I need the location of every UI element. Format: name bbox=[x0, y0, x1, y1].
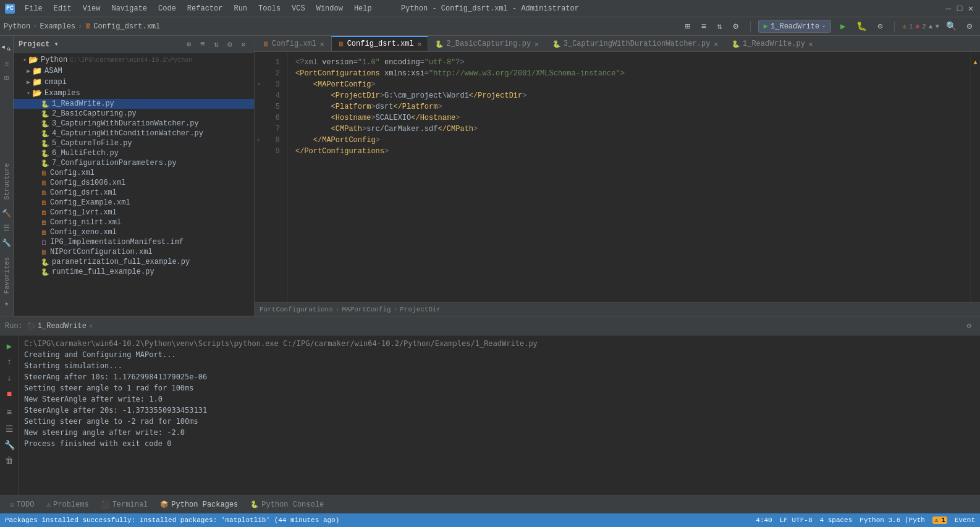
settings-gear-icon[interactable]: ⚙ bbox=[963, 20, 976, 33]
hide-icon[interactable]: ✕ bbox=[238, 39, 249, 50]
tree-item-Config_dsrt[interactable]: 🗎Config_dsrt.xml bbox=[14, 188, 254, 198]
tree-item-2_BasicCapturing[interactable]: 🐍2_BasicCapturing.py bbox=[14, 109, 254, 119]
minimize-button[interactable]: — bbox=[944, 4, 953, 13]
sidebar-favorites-label[interactable]: Favorites bbox=[2, 255, 12, 296]
tree-item-Config_Example[interactable]: 🗎Config_Example.xml bbox=[14, 198, 254, 208]
code-content[interactable]: <?xml version="1.0" encoding="utf-8"?><P… bbox=[288, 52, 970, 302]
project-structure-icon[interactable]: ⊞ bbox=[681, 20, 695, 33]
sidebar-tool-icon[interactable]: 🔧 bbox=[1, 237, 13, 250]
breadcrumb-python[interactable]: Python bbox=[4, 22, 30, 31]
status-position[interactable]: 4:40 bbox=[756, 516, 772, 524]
run-tool1[interactable]: ≡ bbox=[2, 406, 16, 419]
tab-config_dsrt[interactable]: 🗎Config_dsrt.xml✕ bbox=[331, 36, 429, 51]
bottom-tab-run[interactable]: ☑TODO bbox=[5, 498, 39, 512]
search-icon[interactable]: 🔍 bbox=[944, 20, 958, 33]
scroll-down-button[interactable]: ↓ bbox=[2, 371, 16, 385]
tree-item-Config_nilrt[interactable]: 🗎Config_nilrt.xml bbox=[14, 217, 254, 227]
debug-button[interactable]: 🐛 bbox=[855, 20, 868, 33]
bc-projectdir[interactable]: ProjectDir bbox=[400, 306, 441, 313]
sidebar-star-icon[interactable]: ★ bbox=[1, 297, 13, 310]
status-filetype[interactable]: Python 3.6 (Pyth bbox=[860, 516, 925, 524]
run-tool2[interactable]: ☰ bbox=[2, 422, 16, 436]
breadcrumb-examples[interactable]: Examples bbox=[40, 22, 75, 31]
tree-item-4_CapturingWithConditionWatcher[interactable]: 🐍4_CapturingWithConditionWatcher.py bbox=[14, 129, 254, 138]
tree-item-NIPortConfiguration[interactable]: 🗎NIPortConfiguration.xml bbox=[14, 247, 254, 257]
tab-close-2_BasicCapturing[interactable]: ✕ bbox=[534, 40, 539, 48]
sidebar-structure-icon[interactable]: ≡ bbox=[1, 58, 13, 70]
collapse-icon[interactable]: ≡ bbox=[697, 20, 711, 33]
sort-icon[interactable]: ⇅ bbox=[713, 20, 727, 33]
tree-item-asam[interactable]: ▶📁ASAM bbox=[14, 65, 254, 77]
menu-code[interactable]: Code bbox=[153, 3, 181, 14]
breadcrumb-file[interactable]: 🗎Config_dsrt.xml bbox=[85, 22, 160, 31]
status-event[interactable]: Event bbox=[955, 516, 975, 524]
bottom-tab-python-packages[interactable]: 📦Python Packages bbox=[155, 498, 243, 512]
tree-item-Config_xeno[interactable]: 🗎Config_xeno.xml bbox=[14, 227, 254, 237]
coverage-button[interactable]: ⊙ bbox=[873, 20, 887, 33]
status-warning-count[interactable]: ⚠ 1 bbox=[932, 516, 947, 524]
run-settings-icon[interactable]: ⚙ bbox=[963, 320, 975, 332]
run-tool3[interactable]: 🔧 bbox=[2, 438, 16, 452]
maximize-button[interactable]: □ bbox=[955, 4, 964, 13]
tree-item-IPG_ImplementationManifest[interactable]: 🗋IPG_ImplementationManifest.imf bbox=[14, 237, 254, 247]
run-console[interactable]: C:\IPG\carmaker\win64-10.2\Python\venv\S… bbox=[19, 335, 980, 495]
tree-item-5_CaptureToFile[interactable]: 🐍5_CaptureToFile.py bbox=[14, 138, 254, 148]
menu-refactor[interactable]: Refactor bbox=[182, 3, 228, 14]
bottom-tab-terminal[interactable]: ⬛Terminal bbox=[96, 498, 153, 512]
tree-item-1_ReadWrite[interactable]: 🐍1_ReadWrite.py bbox=[14, 99, 254, 109]
close-button[interactable]: ✕ bbox=[966, 4, 975, 13]
stop-button[interactable]: ■ bbox=[2, 387, 16, 401]
tree-item-7_ConfigurationParameters[interactable]: 🐍7_ConfigurationParameters.py bbox=[14, 158, 254, 168]
code-editor[interactable]: ▾▸ 123456789 <?xml version="1.0" encodin… bbox=[255, 52, 980, 302]
locate-icon[interactable]: ⊕ bbox=[184, 39, 195, 50]
tab-close-3_CapturingWithDurationWatcher[interactable]: ✕ bbox=[714, 40, 718, 48]
menu-help[interactable]: Help bbox=[349, 3, 377, 14]
settings-icon[interactable]: ⚙ bbox=[729, 20, 743, 33]
menu-view[interactable]: View bbox=[78, 3, 106, 14]
tab-close-1_ReadWrite[interactable]: ✕ bbox=[809, 40, 813, 48]
tree-item-examples[interactable]: ▾📂Examples bbox=[14, 88, 254, 99]
options-icon[interactable]: ⚙ bbox=[224, 39, 235, 50]
sidebar-bookmark-icon[interactable]: ⊡ bbox=[1, 72, 13, 84]
run-button[interactable]: ▶ bbox=[836, 20, 850, 33]
scroll-up-button[interactable]: ↑ bbox=[2, 355, 16, 369]
collapse-all-icon[interactable]: ≡ bbox=[197, 39, 208, 50]
tab-close-config_xml[interactable]: ✕ bbox=[320, 40, 324, 48]
tab-config_xml[interactable]: 🗎Config.xml✕ bbox=[256, 36, 331, 51]
status-encoding[interactable]: LF UTF-8 bbox=[780, 516, 813, 524]
tree-item-runtime_full_example[interactable]: 🐍runtime_full_example.py bbox=[14, 267, 254, 277]
tree-item-parametrization_full_example[interactable]: 🐍parametrization_full_example.py bbox=[14, 257, 254, 267]
tree-item-6_MultiFetch[interactable]: 🐍6_MultiFetch.py bbox=[14, 148, 254, 158]
tab-2_BasicCapturing[interactable]: 🐍2_BasicCapturing.py✕ bbox=[428, 36, 545, 51]
run-tab[interactable]: ⚫ 1_ReadWrite ✕ bbox=[27, 322, 93, 331]
sidebar-build-icon[interactable]: 🔨 bbox=[1, 208, 13, 220]
play-button[interactable]: ▶ bbox=[2, 339, 16, 353]
bc-maportconfig[interactable]: MAPortConfig bbox=[342, 306, 391, 313]
tree-item-Config_ds1006[interactable]: 🗎Config_ds1006.xml bbox=[14, 178, 254, 188]
menu-run[interactable]: Run bbox=[229, 3, 252, 14]
menu-tools[interactable]: Tools bbox=[253, 3, 285, 14]
menu-file[interactable]: File bbox=[20, 3, 48, 14]
run-tab-close[interactable]: ✕ bbox=[89, 322, 93, 330]
bottom-tab-problems[interactable]: ⚠Problems bbox=[41, 498, 93, 512]
tree-item-cmapi[interactable]: ▶📁cmapi bbox=[14, 77, 254, 88]
expand-icon[interactable]: ⇅ bbox=[211, 39, 222, 50]
menu-vcs[interactable]: VCS bbox=[287, 3, 310, 14]
tree-item-Config_lvrt[interactable]: 🗎Config_lvrt.xml bbox=[14, 208, 254, 217]
sidebar-structure-label[interactable]: Structure bbox=[2, 161, 12, 202]
tab-close-config_dsrt[interactable]: ✕ bbox=[418, 40, 422, 48]
menu-navigate[interactable]: Navigate bbox=[106, 3, 152, 14]
bc-portconfigurations[interactable]: PortConfigurations bbox=[260, 306, 333, 313]
menu-edit[interactable]: Edit bbox=[49, 3, 77, 14]
tab-3_CapturingWithDurationWatcher[interactable]: 🐍3_CapturingWithDurationWatcher.py✕ bbox=[546, 36, 725, 51]
run-configuration[interactable]: ▶ 1_ReadWrite ▾ bbox=[758, 20, 831, 33]
tree-item-Config_xml[interactable]: 🗎Config.xml bbox=[14, 168, 254, 178]
status-indent[interactable]: 4 spaces bbox=[820, 516, 853, 524]
tab-1_ReadWrite[interactable]: 🐍1_ReadWrite.py✕ bbox=[725, 36, 819, 51]
bottom-tab-python-console[interactable]: 🐍Python Console bbox=[245, 498, 329, 512]
tree-root[interactable]: ▾📂PythonC:\IPG\carmaker\win64-10.2\Pytho… bbox=[14, 54, 254, 65]
sidebar-project-icon[interactable]: ▶ P bbox=[1, 38, 12, 51]
menu-window[interactable]: Window bbox=[311, 3, 348, 14]
run-tool4[interactable]: 🗑 bbox=[2, 454, 16, 468]
sidebar-list-icon[interactable]: ☰ bbox=[1, 222, 13, 235]
